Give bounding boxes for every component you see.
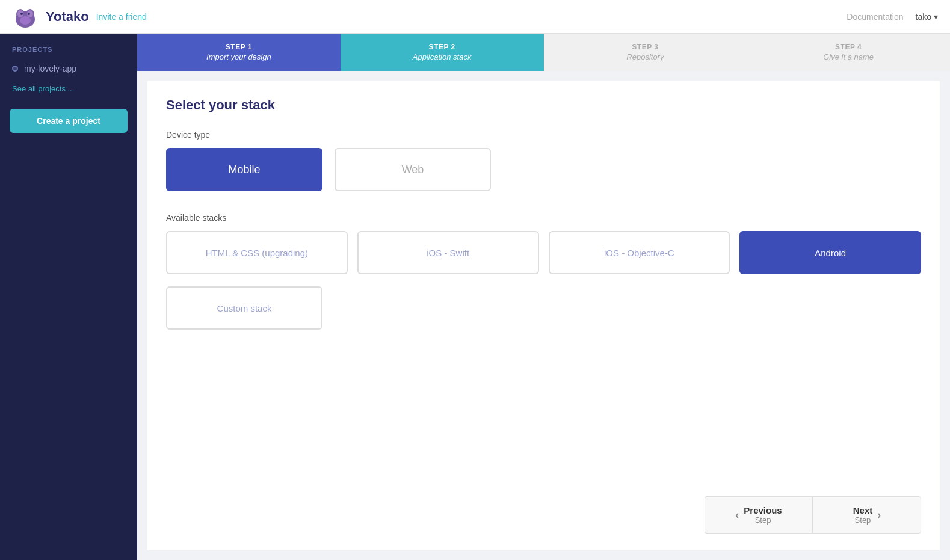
device-type-label: Device type bbox=[166, 130, 921, 140]
stacks-row: HTML & CSS (upgrading) iOS - Swift iOS -… bbox=[166, 231, 921, 274]
documentation-link[interactable]: Documentation bbox=[847, 12, 903, 22]
previous-btn-text: Previous Step bbox=[744, 505, 782, 525]
stack-ios-objc-button[interactable]: iOS - Objective-C bbox=[549, 231, 730, 274]
custom-stack-row: Custom stack bbox=[166, 286, 921, 330]
stack-android-button[interactable]: Android bbox=[739, 231, 921, 274]
steps-header: STEP 1 Import your design STEP 2 Applica… bbox=[137, 34, 950, 71]
chevron-down-icon: ▾ bbox=[934, 12, 938, 22]
nav-buttons: ‹ Previous Step Next Step › bbox=[166, 484, 921, 534]
next-step-button[interactable]: Next Step › bbox=[813, 496, 921, 534]
step-2-label: Application stack bbox=[413, 52, 472, 61]
step-4-number: STEP 4 bbox=[835, 43, 862, 51]
project-dot-icon bbox=[12, 66, 18, 72]
available-stacks-label: Available stacks bbox=[166, 213, 921, 223]
sidebar: PROJECTS my-lovely-app See all projects … bbox=[0, 34, 137, 560]
step-1[interactable]: STEP 1 Import your design bbox=[137, 34, 341, 71]
step-1-label: Import your design bbox=[206, 52, 271, 61]
stack-custom-button[interactable]: Custom stack bbox=[166, 286, 322, 330]
next-label-top: Next bbox=[853, 505, 873, 515]
step-3[interactable]: STEP 3 Repository bbox=[544, 34, 747, 71]
previous-step-button[interactable]: ‹ Previous Step bbox=[705, 496, 813, 534]
device-mobile-button[interactable]: Mobile bbox=[166, 148, 322, 191]
user-menu[interactable]: tako ▾ bbox=[916, 12, 938, 22]
project-name: my-lovely-app bbox=[24, 64, 76, 73]
navbar: Yotako Invite a friend Documentation tak… bbox=[0, 0, 950, 34]
step-4-label: Give it a name bbox=[823, 52, 874, 61]
invite-link[interactable]: Invite a friend bbox=[96, 12, 147, 22]
stack-html-css-button[interactable]: HTML & CSS (upgrading) bbox=[166, 231, 348, 274]
svg-point-6 bbox=[28, 13, 30, 15]
create-project-button[interactable]: Create a project bbox=[10, 109, 128, 133]
previous-btn-inner: ‹ Previous Step bbox=[735, 505, 782, 525]
logo-text: Yotako bbox=[46, 9, 89, 25]
next-btn-text: Next Step bbox=[853, 505, 873, 525]
step-1-number: STEP 1 bbox=[226, 43, 252, 51]
user-name: tako bbox=[916, 12, 931, 22]
step-3-number: STEP 3 bbox=[632, 43, 658, 51]
device-type-row: Mobile Web bbox=[166, 148, 921, 191]
page-content: Select your stack Device type Mobile Web… bbox=[147, 81, 940, 550]
logo-icon bbox=[12, 4, 39, 30]
chevron-left-icon: ‹ bbox=[735, 509, 739, 522]
previous-label-bottom: Step bbox=[744, 515, 782, 525]
see-all-projects-link[interactable]: See all projects ... bbox=[0, 81, 137, 97]
next-label-bottom: Step bbox=[853, 515, 873, 525]
navbar-left: Yotako Invite a friend bbox=[12, 4, 147, 30]
content-area: STEP 1 Import your design STEP 2 Applica… bbox=[137, 34, 950, 560]
sidebar-section-label: PROJECTS bbox=[0, 46, 137, 59]
svg-point-7 bbox=[20, 16, 31, 25]
step-3-label: Repository bbox=[626, 52, 664, 61]
step-2[interactable]: STEP 2 Application stack bbox=[341, 34, 544, 71]
main-layout: PROJECTS my-lovely-app See all projects … bbox=[0, 34, 950, 560]
device-web-button[interactable]: Web bbox=[335, 148, 491, 191]
navbar-right: Documentation tako ▾ bbox=[847, 12, 938, 22]
chevron-right-icon: › bbox=[877, 509, 881, 522]
previous-label-top: Previous bbox=[744, 505, 782, 515]
stack-ios-swift-button[interactable]: iOS - Swift bbox=[357, 231, 539, 274]
next-btn-inner: Next Step › bbox=[853, 505, 881, 525]
sidebar-item-project[interactable]: my-lovely-app bbox=[0, 59, 137, 78]
step-2-number: STEP 2 bbox=[429, 43, 455, 51]
step-4[interactable]: STEP 4 Give it a name bbox=[747, 34, 950, 71]
page-title: Select your stack bbox=[166, 97, 921, 113]
svg-point-5 bbox=[20, 13, 23, 15]
